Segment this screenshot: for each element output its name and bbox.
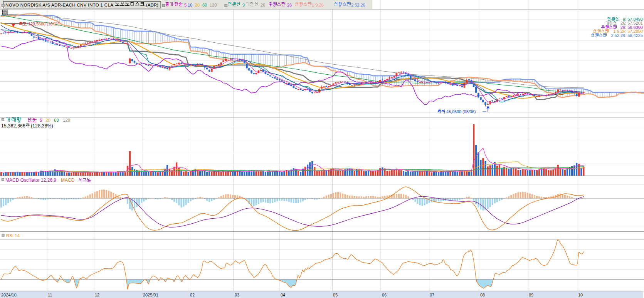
svg-text:10: 10: [578, 293, 583, 297]
svg-text:20: 20: [195, 3, 200, 7]
svg-text:11: 11: [48, 293, 52, 297]
svg-text:2 52,26: 2 52,26: [351, 3, 365, 7]
svg-text:09: 09: [529, 293, 533, 297]
svg-text:45,0500 (08/06): 45,0500 (08/06): [446, 109, 476, 114]
svg-text:120: 120: [210, 3, 217, 7]
svg-text:60: 60: [202, 3, 207, 7]
svg-text:5: 5: [40, 118, 42, 122]
svg-text:03: 03: [235, 293, 239, 297]
svg-text:(128,38%): (128,38%): [31, 123, 53, 129]
svg-text:15,362,866: 15,362,866: [1, 123, 25, 129]
svg-text:07: 07: [430, 293, 434, 297]
svg-text:120,5600 (10/11): 120,5600 (10/11): [28, 22, 59, 26]
svg-text:2025/01: 2025/01: [143, 293, 158, 297]
svg-text:2024/10: 2024/10: [1, 293, 17, 297]
svg-text:NOVO NORDISK A/S ADR-EACH CNV: NOVO NORDISK A/S ADR-EACH CNV INTO 1 CLA: [5, 3, 113, 7]
svg-text:20: 20: [45, 118, 50, 122]
svg-text:08: 08: [480, 293, 485, 297]
svg-text:26: 26: [287, 3, 292, 7]
svg-text:06: 06: [382, 293, 387, 297]
svg-text:12: 12: [95, 293, 99, 297]
svg-text:(ADR): (ADR): [146, 3, 158, 7]
svg-text:MACD: MACD: [61, 177, 75, 183]
svg-text:RSI 14: RSI 14: [6, 233, 20, 238]
svg-text:26: 26: [261, 3, 265, 7]
svg-text:04: 04: [281, 293, 285, 297]
svg-text:9: 9: [242, 3, 245, 7]
svg-text:02: 02: [190, 293, 195, 297]
svg-text:MACD Oscillator 12,26,9: MACD Oscillator 12,26,9: [5, 177, 56, 183]
svg-text:1 9,26: 1 9,26: [312, 3, 324, 7]
svg-text:5: 5: [184, 3, 187, 7]
svg-text:10: 10: [188, 3, 192, 7]
svg-text:2 52,26: 58,4225: 2 52,26: 58,4225: [611, 33, 643, 38]
svg-text:60: 60: [54, 118, 59, 122]
svg-text:05: 05: [333, 293, 338, 297]
svg-text:120: 120: [63, 118, 70, 122]
